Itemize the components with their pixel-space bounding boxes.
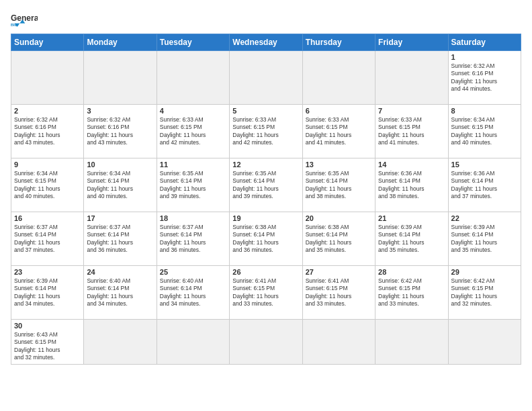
calendar-cell: 18Sunrise: 6:37 AM Sunset: 6:14 PM Dayli… (157, 212, 229, 266)
calendar-cell: 19Sunrise: 6:38 AM Sunset: 6:14 PM Dayli… (230, 212, 302, 266)
calendar-cell: 27Sunrise: 6:41 AM Sunset: 6:15 PM Dayli… (302, 266, 375, 320)
calendar-cell: 9Sunrise: 6:34 AM Sunset: 6:15 PM Daylig… (11, 158, 84, 212)
calendar-week-2: 2Sunrise: 6:32 AM Sunset: 6:16 PM Daylig… (11, 105, 521, 158)
day-number: 5 (232, 107, 299, 115)
day-info: Sunrise: 6:33 AM Sunset: 6:15 PM Dayligh… (232, 116, 299, 147)
calendar-cell: 6Sunrise: 6:33 AM Sunset: 6:15 PM Daylig… (302, 105, 375, 158)
day-info: Sunrise: 6:38 AM Sunset: 6:14 PM Dayligh… (232, 224, 299, 255)
calendar-cell: 28Sunrise: 6:42 AM Sunset: 6:15 PM Dayli… (375, 266, 448, 320)
day-number: 16 (14, 214, 81, 222)
calendar-cell: 24Sunrise: 6:40 AM Sunset: 6:14 PM Dayli… (84, 266, 157, 320)
day-number: 18 (160, 214, 226, 222)
day-info: Sunrise: 6:32 AM Sunset: 6:16 PM Dayligh… (451, 62, 518, 93)
day-number: 23 (14, 268, 81, 276)
day-number: 29 (451, 268, 518, 276)
calendar-cell: 13Sunrise: 6:35 AM Sunset: 6:14 PM Dayli… (302, 158, 375, 212)
calendar-cell: 21Sunrise: 6:39 AM Sunset: 6:14 PM Dayli… (375, 212, 448, 266)
calendar-cell: 7Sunrise: 6:33 AM Sunset: 6:15 PM Daylig… (375, 105, 448, 158)
day-number: 7 (378, 107, 445, 115)
calendar-cell: 25Sunrise: 6:40 AM Sunset: 6:14 PM Dayli… (157, 266, 229, 320)
day-number: 10 (87, 161, 153, 169)
day-number: 1 (451, 53, 518, 61)
day-info: Sunrise: 6:36 AM Sunset: 6:14 PM Dayligh… (378, 170, 445, 201)
calendar-cell: 12Sunrise: 6:35 AM Sunset: 6:14 PM Dayli… (230, 158, 302, 212)
day-info: Sunrise: 6:36 AM Sunset: 6:14 PM Dayligh… (451, 170, 518, 201)
calendar-cell: 15Sunrise: 6:36 AM Sunset: 6:14 PM Dayli… (448, 158, 521, 212)
day-info: Sunrise: 6:43 AM Sunset: 6:15 PM Dayligh… (14, 331, 81, 362)
calendar-cell: 29Sunrise: 6:42 AM Sunset: 6:15 PM Dayli… (448, 266, 521, 320)
day-info: Sunrise: 6:33 AM Sunset: 6:15 PM Dayligh… (378, 116, 445, 147)
calendar-cell (448, 320, 521, 365)
weekday-header-thursday: Thursday (302, 34, 375, 51)
weekday-header-wednesday: Wednesday (230, 34, 302, 51)
day-info: Sunrise: 6:32 AM Sunset: 6:16 PM Dayligh… (14, 116, 81, 147)
weekday-header-tuesday: Tuesday (157, 34, 229, 51)
day-number: 14 (378, 161, 445, 169)
day-info: Sunrise: 6:35 AM Sunset: 6:14 PM Dayligh… (160, 170, 226, 201)
day-info: Sunrise: 6:35 AM Sunset: 6:14 PM Dayligh… (232, 170, 299, 201)
calendar-cell: 22Sunrise: 6:39 AM Sunset: 6:14 PM Dayli… (448, 212, 521, 266)
day-number: 19 (232, 214, 299, 222)
svg-text:Blue: Blue (11, 23, 19, 27)
calendar-week-4: 16Sunrise: 6:37 AM Sunset: 6:14 PM Dayli… (11, 212, 521, 266)
day-info: Sunrise: 6:39 AM Sunset: 6:14 PM Dayligh… (451, 224, 518, 255)
svg-text:General: General (11, 13, 38, 23)
calendar-cell: 2Sunrise: 6:32 AM Sunset: 6:16 PM Daylig… (11, 105, 84, 158)
day-number: 27 (306, 268, 372, 276)
day-info: Sunrise: 6:34 AM Sunset: 6:15 PM Dayligh… (14, 170, 81, 201)
day-number: 24 (87, 268, 153, 276)
calendar-cell: 8Sunrise: 6:34 AM Sunset: 6:15 PM Daylig… (448, 105, 521, 158)
weekday-header-sunday: Sunday (11, 34, 84, 51)
day-info: Sunrise: 6:37 AM Sunset: 6:14 PM Dayligh… (160, 224, 226, 255)
calendar-cell (230, 320, 302, 365)
day-info: Sunrise: 6:42 AM Sunset: 6:15 PM Dayligh… (451, 277, 518, 308)
day-number: 26 (232, 268, 299, 276)
calendar-cell (84, 320, 157, 365)
day-number: 4 (160, 107, 226, 115)
day-number: 25 (160, 268, 226, 276)
day-info: Sunrise: 6:34 AM Sunset: 6:14 PM Dayligh… (87, 170, 153, 201)
day-number: 3 (87, 107, 153, 115)
calendar-cell: 17Sunrise: 6:37 AM Sunset: 6:14 PM Dayli… (84, 212, 157, 266)
calendar-cell (302, 51, 375, 105)
day-number: 28 (378, 268, 445, 276)
logo: General Blue (11, 11, 38, 28)
day-number: 17 (87, 214, 153, 222)
day-number: 30 (14, 322, 81, 330)
weekday-header-friday: Friday (375, 34, 448, 51)
calendar-cell: 3Sunrise: 6:32 AM Sunset: 6:16 PM Daylig… (84, 105, 157, 158)
calendar-cell: 23Sunrise: 6:39 AM Sunset: 6:14 PM Dayli… (11, 266, 84, 320)
day-info: Sunrise: 6:41 AM Sunset: 6:15 PM Dayligh… (232, 277, 299, 308)
calendar-cell (84, 51, 157, 105)
calendar-cell (375, 51, 448, 105)
day-info: Sunrise: 6:33 AM Sunset: 6:15 PM Dayligh… (160, 116, 226, 147)
calendar-week-6: 30Sunrise: 6:43 AM Sunset: 6:15 PM Dayli… (11, 320, 521, 365)
calendar-cell (11, 51, 84, 105)
day-number: 2 (14, 107, 81, 115)
day-number: 12 (232, 161, 299, 169)
weekday-header-saturday: Saturday (448, 34, 521, 51)
day-number: 11 (160, 161, 226, 169)
calendar-week-1: 1Sunrise: 6:32 AM Sunset: 6:16 PM Daylig… (11, 51, 521, 105)
day-info: Sunrise: 6:41 AM Sunset: 6:15 PM Dayligh… (306, 277, 372, 308)
logo-icon: General Blue (11, 11, 38, 27)
day-info: Sunrise: 6:35 AM Sunset: 6:14 PM Dayligh… (306, 170, 372, 201)
day-number: 8 (451, 107, 518, 115)
calendar-cell: 16Sunrise: 6:37 AM Sunset: 6:14 PM Dayli… (11, 212, 84, 266)
weekday-header-row: SundayMondayTuesdayWednesdayThursdayFrid… (11, 34, 521, 51)
day-info: Sunrise: 6:37 AM Sunset: 6:14 PM Dayligh… (14, 224, 81, 255)
calendar-table: SundayMondayTuesdayWednesdayThursdayFrid… (11, 34, 521, 365)
day-number: 22 (451, 214, 518, 222)
day-number: 21 (378, 214, 445, 222)
day-info: Sunrise: 6:38 AM Sunset: 6:14 PM Dayligh… (306, 224, 372, 255)
weekday-header-monday: Monday (84, 34, 157, 51)
day-info: Sunrise: 6:32 AM Sunset: 6:16 PM Dayligh… (87, 116, 153, 147)
calendar-cell: 4Sunrise: 6:33 AM Sunset: 6:15 PM Daylig… (157, 105, 229, 158)
day-info: Sunrise: 6:40 AM Sunset: 6:14 PM Dayligh… (87, 277, 153, 308)
day-info: Sunrise: 6:33 AM Sunset: 6:15 PM Dayligh… (306, 116, 372, 147)
calendar-week-5: 23Sunrise: 6:39 AM Sunset: 6:14 PM Dayli… (11, 266, 521, 320)
day-number: 20 (306, 214, 372, 222)
calendar-cell: 20Sunrise: 6:38 AM Sunset: 6:14 PM Dayli… (302, 212, 375, 266)
calendar-cell: 30Sunrise: 6:43 AM Sunset: 6:15 PM Dayli… (11, 320, 84, 365)
day-number: 6 (306, 107, 372, 115)
